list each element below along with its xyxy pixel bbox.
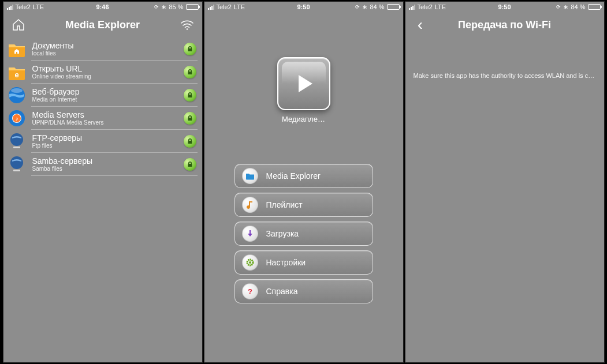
orientation-lock-icon: ⟳ [154,4,159,10]
svg-text:♪: ♪ [15,115,18,122]
nav-bar: ‹ Передача по Wi-Fi [405,12,604,37]
svg-rect-9 [13,147,20,148]
row-text: Samba-серверы Samba files [32,157,178,172]
row-title: Документы [32,42,178,50]
battery-icon [387,4,400,10]
svg-rect-11 [13,170,20,171]
network-label: LTE [435,3,446,10]
page-title: Передача по Wi-Fi [458,19,551,31]
battery-icon [186,4,199,10]
menu-label: Справка [266,287,298,296]
home-content: Медиапле… Media Explorer Плейлист Загруз… [204,12,403,362]
lock-badge[interactable] [184,112,196,125]
lock-icon [187,46,193,52]
row-media-servers[interactable]: ♪ Media Servers UPNP/DLNA Media Servers [3,107,202,130]
status-bar: Tele2 LTE 9:46 ⟳ ∗ 85 % [3,2,202,12]
row-title: Открыть URL [32,65,178,73]
row-subtitle: Online video streaming [32,73,178,80]
row-samba-servers[interactable]: Samba-серверы Samba files [3,153,202,176]
screen-media-explorer: Tele2 LTE 9:46 ⟳ ∗ 85 % Media Explorer Д… [3,1,203,363]
play-icon [291,70,317,97]
battery-pct: 84 % [571,3,585,10]
status-left: Tele2 LTE [7,3,44,10]
app-icon[interactable] [277,57,330,110]
page-title: Media Explorer [65,19,140,31]
status-right: ⟳ ∗ 84 % [355,3,399,11]
status-right: ⟳ ∗ 84 % [556,3,600,11]
row-subtitle: Ftp files [32,142,178,149]
bluetooth-icon: ∗ [362,3,367,11]
battery-pct: 84 % [370,3,384,10]
music-note-icon [242,197,258,213]
row-subtitle: Samba files [32,166,178,172]
carrier-label: Tele2 [16,3,31,10]
row-subtitle: UPNP/DLNA Media Servers [32,119,178,126]
ftp-icon [7,132,27,151]
status-bar: Tele2 LTE 9:50 ⟳ ∗ 84 % [405,2,604,12]
menu-download[interactable]: Загрузка [234,222,373,246]
row-text: Веб-браузер Media on Internet [32,88,178,103]
svg-text:?: ? [248,287,252,296]
row-documents[interactable]: Документы local files [3,37,202,61]
help-icon: ? [242,283,258,299]
row-web-browser[interactable]: Веб-браузер Media on Internet [3,84,202,107]
menu-label: Загрузка [266,229,299,238]
menu-settings[interactable]: Настройки [234,250,373,275]
status-left: Tele2 LTE [208,3,245,10]
lock-badge[interactable] [184,89,196,102]
svg-point-8 [10,133,23,146]
lock-badge[interactable] [184,43,196,55]
lock-icon [187,115,193,121]
lock-icon [187,69,193,75]
row-text: FTP-серверы Ftp files [32,134,178,149]
nav-bar: Media Explorer [3,12,202,37]
svg-text:e: e [14,70,18,79]
row-ftp-servers[interactable]: FTP-серверы Ftp files [3,130,202,153]
row-open-url[interactable]: e Открыть URL Online video streaming [3,61,202,84]
back-button[interactable]: ‹ [408,12,433,37]
status-left: Tele2 LTE [409,3,446,10]
row-title: FTP-серверы [32,134,178,142]
network-label: LTE [234,3,245,10]
main-menu: Media Explorer Плейлист Загрузка Настрой… [234,164,373,303]
carrier-label: Tele2 [217,3,232,10]
signal-icon [208,5,214,10]
row-subtitle: Media on Internet [32,96,178,103]
orientation-lock-icon: ⟳ [355,4,360,10]
carrier-label: Tele2 [418,3,433,10]
signal-icon [409,5,415,10]
wifi-button[interactable] [174,12,200,37]
row-title: Samba-серверы [32,157,178,166]
row-text: Документы local files [32,42,178,57]
lock-icon [187,92,193,98]
lock-badge[interactable] [184,135,196,148]
menu-media-explorer[interactable]: Media Explorer [234,164,373,188]
home-icon [12,18,25,32]
bluetooth-icon: ∗ [161,3,166,11]
row-title: Media Servers [32,111,178,119]
battery-pct: 85 % [169,3,183,10]
row-subtitle: local files [32,50,178,57]
gear-icon [242,254,258,271]
media-server-icon: ♪ [7,108,27,128]
status-right: ⟳ ∗ 85 % [154,3,198,11]
download-icon [242,226,258,242]
folder-icon [242,168,258,184]
menu-label: Media Explorer [266,171,321,181]
svg-point-13 [249,261,251,264]
media-source-list[interactable]: Документы local files e Открыть URL Onli… [3,37,202,362]
menu-playlist[interactable]: Плейлист [234,193,373,217]
svg-point-0 [186,28,187,29]
menu-label: Настройки [266,258,306,267]
status-bar: Tele2 LTE 9:50 ⟳ ∗ 84 % [204,2,403,12]
home-button[interactable] [6,12,31,37]
lock-badge[interactable] [184,158,196,171]
svg-point-10 [10,156,23,169]
lock-badge[interactable] [184,66,196,78]
network-label: LTE [33,3,44,10]
signal-icon [7,5,13,10]
menu-help[interactable]: ? Справка [234,279,373,303]
menu-label: Плейлист [266,200,303,209]
screen-home-menu: Tele2 LTE 9:50 ⟳ ∗ 84 % Медиапле… Media … [204,1,404,363]
row-title: Веб-браузер [32,88,178,96]
